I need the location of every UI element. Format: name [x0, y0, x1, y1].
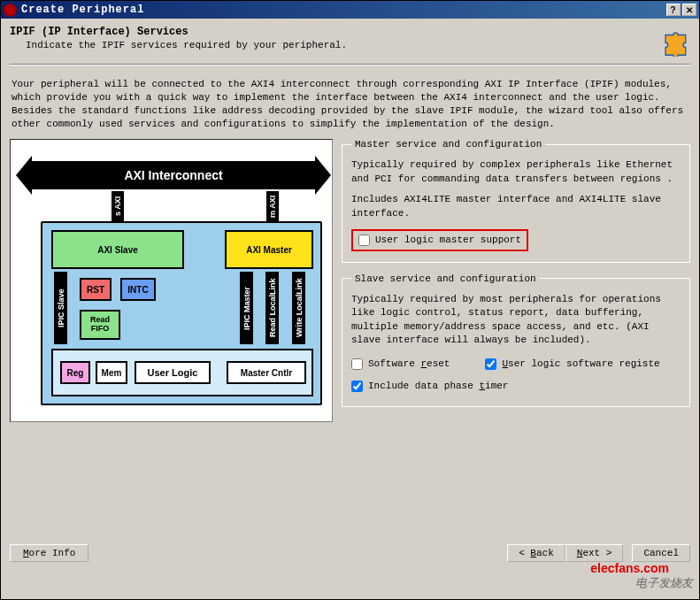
read-locallink-bar: Read LocalLink: [265, 272, 279, 344]
axi-slave-block: AXI Slave: [51, 230, 184, 269]
page-subtitle: Indicate the IPIF services required by y…: [26, 40, 347, 50]
page-title: IPIF (IP Interface) Services: [10, 26, 347, 38]
user-logic-sw-reg-label: User logic software registe: [502, 358, 659, 369]
data-phase-timer-label: Include data phase timer: [368, 381, 508, 391]
user-logic-master-checkbox[interactable]: [358, 235, 370, 246]
slave-service-group: Slave service and configuration Typicall…: [342, 273, 690, 407]
master-highlight: User logic master support: [351, 229, 528, 251]
wizard-window: Create Peripheral ? ✕ IPIF (IP Interface…: [0, 0, 700, 600]
axi-interconnect-bar: AXI Interconnect: [32, 161, 315, 189]
diagram-panel: AXI Interconnect s AXI m AXI AXI Slave A…: [10, 139, 333, 422]
ipic-slave-bar: IPIC Slave: [54, 272, 67, 344]
cancel-button[interactable]: Cancel: [632, 544, 690, 562]
user-logic-block: User Logic: [135, 361, 211, 384]
axi-master-block: AXI Master: [225, 230, 313, 269]
master-service-group: Master service and configuration Typical…: [342, 139, 690, 263]
master-cntlr-block: Master Cntlr: [227, 361, 306, 384]
watermark-cn: 电子发烧友: [635, 575, 693, 591]
back-button[interactable]: < Back: [507, 544, 565, 562]
puzzle-icon: [659, 26, 690, 57]
user-logic-container: Reg Mem User Logic Master Cntlr: [51, 349, 313, 396]
master-desc-1: Typically required by complex peripheral…: [351, 158, 681, 186]
reg-block: Reg: [60, 361, 90, 384]
close-button[interactable]: ✕: [682, 4, 696, 16]
data-phase-timer-checkbox[interactable]: [351, 381, 363, 392]
software-reset-label: Software reset: [368, 358, 450, 369]
help-button[interactable]: ?: [666, 4, 681, 16]
master-desc-2: Includes AXI4LITE master interface and A…: [351, 193, 681, 220]
intro-text: Your peripheral will be connected to the…: [10, 78, 690, 130]
watermark-text: elecfans.com: [590, 561, 669, 575]
s-axi-connector: s AXI: [112, 191, 124, 221]
divider: [10, 64, 690, 65]
user-logic-master-label: User logic master support: [375, 235, 521, 245]
titlebar: Create Peripheral ? ✕: [1, 1, 699, 19]
more-info-button[interactable]: More Info: [10, 544, 88, 562]
app-icon: [4, 4, 17, 17]
ipic-master-bar: IPIC Master: [240, 272, 253, 344]
software-reset-checkbox[interactable]: [351, 358, 363, 370]
write-locallink-bar: Write LocalLink: [292, 272, 305, 344]
mem-block: Mem: [96, 361, 127, 384]
slave-desc: Typically required by most peripherals f…: [351, 293, 681, 348]
slave-legend: Slave service and configuration: [351, 273, 540, 284]
rst-block: RST: [80, 278, 112, 301]
intc-block: INTC: [120, 278, 156, 301]
read-fifo-block: Read FIFO: [80, 310, 120, 340]
window-title: Create Peripheral: [21, 4, 144, 16]
next-button[interactable]: Next >: [565, 544, 624, 562]
m-axi-connector: m AXI: [266, 191, 279, 221]
peripheral-box: AXI Slave AXI Master IPIC Slave IPIC Mas…: [41, 221, 322, 405]
master-legend: Master service and configuration: [351, 139, 545, 150]
user-logic-sw-reg-checkbox[interactable]: [485, 358, 496, 370]
